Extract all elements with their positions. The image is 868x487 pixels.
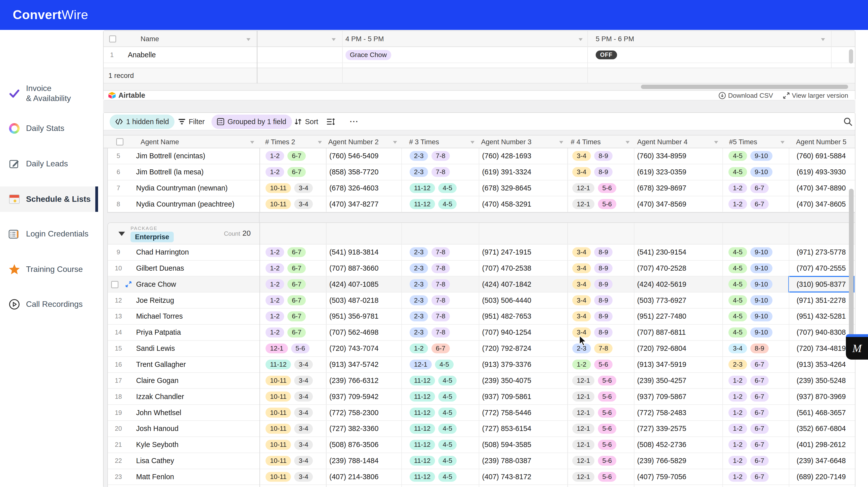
times-cell[interactable]: 12-15-6	[572, 421, 616, 436]
times-cell[interactable]: 1-26-7	[728, 421, 769, 436]
column-header-4pm[interactable]: 4 PM - 5 PM	[345, 31, 384, 47]
times-cell[interactable]: 2-37-8	[572, 341, 613, 356]
times-cell[interactable]: 2-37-8	[410, 148, 450, 164]
agent-number-cell[interactable]: (424) 407-1085	[330, 277, 379, 292]
table-row[interactable]: 14Priya Patpatia1-26-7(707) 562-46982-37…	[108, 325, 855, 341]
agent-number-cell[interactable]: (470) 347-8277	[330, 196, 379, 212]
sidebar-item-daily-stats[interactable]: Daily Stats	[0, 122, 95, 135]
times-cell[interactable]: 1-26-7	[266, 292, 306, 308]
agent-number-cell[interactable]: (772) 758-2483	[637, 405, 686, 420]
table-row[interactable]: 10Gilbert Duenas1-26-7(707) 887-36602-37…	[108, 261, 855, 277]
4pm-cell[interactable]: Grace Chow	[345, 47, 391, 63]
times-cell[interactable]: 4-59-10	[728, 292, 772, 308]
agent-number-cell[interactable]: (707) 887-6811	[637, 325, 686, 340]
hidden-fields-button[interactable]: 1 hidden field	[110, 115, 175, 129]
agent-number-cell[interactable]: (707) 887-3660	[330, 261, 379, 276]
agent-number-cell[interactable]: (971) 247-1915	[482, 245, 531, 260]
group-value-pill[interactable]: Enterprise	[130, 232, 174, 242]
agent-number-cell[interactable]: (971) 351-2278	[797, 292, 846, 308]
chevron-down-icon[interactable]	[250, 141, 254, 144]
table-row[interactable]: 7Nydia Countryman (newnan)10-113-4(678) …	[108, 181, 855, 196]
agent-number-cell[interactable]: (937) 870-3969	[797, 389, 846, 404]
times-cell[interactable]: 3-48-9	[572, 325, 613, 340]
download-csv-link[interactable]: Download CSV	[719, 92, 773, 99]
times-cell[interactable]: 11-124-5	[410, 181, 457, 196]
column-header[interactable]: #5 Times	[729, 135, 757, 149]
column-header[interactable]: Agent Name	[141, 135, 179, 149]
sidebar-item-training-course[interactable]: Training Course	[0, 263, 95, 276]
agent-number-cell[interactable]: (239) 347-6648	[797, 453, 846, 469]
agent-number-cell[interactable]: (352) 667-6804	[797, 421, 846, 436]
times-cell[interactable]: 1-25-6	[572, 357, 613, 372]
agent-number-cell[interactable]: (760) 334-8959	[637, 148, 686, 164]
vertical-scrollbar[interactable]	[849, 189, 854, 355]
agent-name-cell[interactable]: Claire Gogan	[136, 373, 179, 389]
times-cell[interactable]: 1-26-7	[728, 373, 769, 389]
times-cell[interactable]: 12-14-5	[410, 357, 454, 372]
scrollbar-thumb[interactable]	[641, 85, 848, 89]
times-cell[interactable]: 12-15-6	[572, 437, 616, 453]
times-cell[interactable]: 12-15-6	[572, 373, 616, 389]
agent-number-cell[interactable]: (508) 876-3506	[330, 437, 379, 453]
agent-number-cell[interactable]: (503) 487-0218	[330, 292, 379, 308]
table-row[interactable]: 6Jim Bottrell (la mesa)1-26-7(858) 358-7…	[108, 164, 855, 181]
sidebar-item-call-recordings[interactable]: Call Recordings	[0, 298, 95, 311]
times-cell[interactable]: 10-113-4	[266, 196, 313, 212]
times-cell[interactable]: 10-113-4	[266, 453, 313, 469]
times-cell[interactable]: 2-36-7	[728, 357, 769, 372]
times-cell[interactable]: 1-26-7	[410, 341, 450, 356]
times-cell[interactable]: 3-48-9	[728, 341, 769, 356]
agent-number-cell[interactable]: (858) 358-7720	[330, 164, 379, 180]
table-row[interactable]: 17Claire Gogan10-113-4(239) 766-631211-1…	[108, 373, 855, 389]
times-cell[interactable]: 12-15-6	[572, 469, 616, 485]
agent-number-cell[interactable]: (951) 482-7653	[482, 309, 531, 324]
5pm-cell[interactable]: OFF	[596, 47, 617, 63]
times-cell[interactable]: 11-124-5	[410, 437, 457, 453]
times-cell[interactable]: 2-37-8	[410, 292, 450, 308]
times-cell[interactable]: 1-26-7	[266, 148, 306, 164]
agent-number-cell[interactable]: (951) 227-7480	[637, 309, 686, 324]
agent-number-cell[interactable]: (707) 940-1254	[482, 325, 531, 340]
times-cell[interactable]: 1-26-7	[266, 164, 306, 180]
agent-number-cell[interactable]: (707) 470-2538	[482, 261, 531, 276]
times-cell[interactable]: 3-48-9	[572, 309, 613, 324]
times-cell[interactable]: 12-15-6	[572, 181, 616, 196]
agent-name-cell[interactable]: Gilbert Duenas	[136, 261, 184, 276]
times-cell[interactable]: 11-124-5	[410, 453, 457, 469]
agent-number-cell[interactable]: (678) 329-8645	[482, 181, 531, 196]
sidebar-item-invoice-availability[interactable]: Invoice& Availability	[0, 79, 95, 108]
agent-number-cell[interactable]: (971) 273-5778	[797, 245, 846, 260]
collapse-group-icon[interactable]	[118, 232, 125, 236]
agent-name-cell[interactable]: Grace Chow	[136, 277, 176, 292]
times-cell[interactable]: 2-37-8	[410, 309, 450, 324]
table-row[interactable]: 19John Whetlsel10-113-4(772) 758-230011-…	[108, 405, 855, 421]
times-cell[interactable]: 1-26-7	[266, 325, 306, 340]
agent-number-cell[interactable]: (424) 402-5619	[637, 277, 686, 292]
column-header[interactable]: Agent Number 2	[328, 135, 378, 149]
agent-number-cell[interactable]: (407) 743-8172	[482, 469, 531, 485]
chevron-down-icon[interactable]	[318, 141, 322, 144]
table-row[interactable]: 1 Anabelle Grace Chow OFF	[103, 47, 855, 63]
chevron-down-icon[interactable]	[626, 141, 630, 144]
sidebar-item-schedule-lists[interactable]: Schedule & Lists	[0, 187, 95, 212]
vertical-scrollbar[interactable]	[849, 49, 854, 64]
agent-number-cell[interactable]: (720) 734-4819	[797, 341, 846, 356]
agent-number-cell[interactable]: (503) 506-4440	[482, 292, 531, 308]
times-cell[interactable]: 1-26-7	[728, 181, 769, 196]
agent-number-cell[interactable]: (470) 458-3291	[482, 196, 531, 212]
times-cell[interactable]: 10-113-4	[266, 469, 313, 485]
agent-number-cell[interactable]: (470) 347-8605	[797, 196, 846, 212]
times-cell[interactable]: 3-48-9	[572, 148, 613, 164]
agent-number-cell[interactable]: (720) 792-8724	[482, 341, 531, 356]
agent-number-cell[interactable]: (913) 347-5742	[330, 357, 379, 372]
table-row[interactable]: 5Jim Bottrell (encintas)1-26-7(760) 546-…	[108, 148, 855, 164]
column-header[interactable]: # 3 Times	[409, 135, 439, 149]
chevron-down-icon[interactable]	[332, 38, 336, 41]
times-cell[interactable]: 4-59-10	[728, 325, 772, 340]
select-all-checkbox[interactable]	[109, 35, 117, 43]
agent-name-cell[interactable]: Priya Patpatia	[136, 325, 181, 340]
grouped-by-button[interactable]: Grouped by 1 field	[212, 115, 292, 129]
agent-name-cell[interactable]: Michael Torres	[136, 309, 183, 324]
chevron-down-icon[interactable]	[393, 141, 397, 144]
times-cell[interactable]: 11-124-5	[410, 373, 457, 389]
